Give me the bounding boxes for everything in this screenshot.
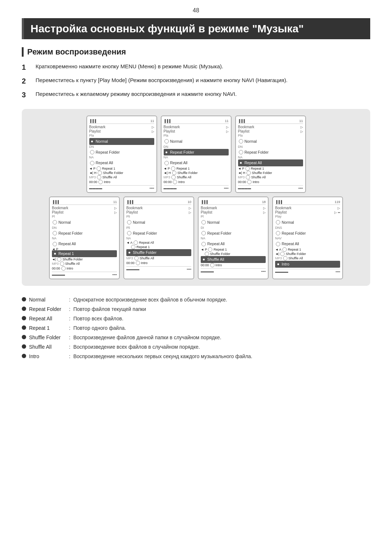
shuffle-folder-highlighted: Shuffle Folder [126,249,191,256]
screen-footer: ▬▬▬▬▪▪▪▪ [89,185,154,190]
repeat-folder-item: Repeat Folder [89,149,154,156]
playlist-row: Playlist▷ [89,129,154,133]
step-3-text: Переместитесь к желаемому режиму воспрои… [36,90,237,98]
step-3: 3 Переместитесь к желаемому режиму воспр… [22,90,370,100]
legend-item-intro: Intro : Воспроизведение нескольких первы… [22,353,370,360]
legend-key-normal: Normal [29,296,69,304]
device-screen-normal: ▐▐▐11 Bookmark▷ Playlist▷ Pla Normal DN … [86,116,157,193]
step-1-text: Кратковременно нажмите кнопку MENU (Меню… [36,62,223,71]
shuffle-all-highlighted: Shuffle All [201,256,266,263]
steps-list: 1 Кратковременно нажмите кнопку MENU (Ме… [22,62,370,100]
step-1: 1 Кратковременно нажмите кнопку MENU (Ме… [22,62,370,73]
device-screen-repeat-all: ▐▐▐11 Bookmark▷ Playlist▷ Pla Normal DN … [235,116,306,193]
step-3-num: 3 [22,89,33,100]
device-screen-intro: ▐▐▐119 Bookmark▷ Playlist▷ ▪▪ Play Norma… [272,197,343,279]
section-title: Режим воспроизведения [22,47,370,57]
legend-section: Normal : Однократное воспроизведение все… [22,296,370,360]
main-title: Настройка основных функций в режиме "Муз… [22,18,370,39]
legend-item-repeat-all: Repeat All : Повтор всех файлов. [22,315,370,323]
bookmark-row: Bookmark▷ [89,125,154,129]
screenshots-container: ▐▐▐11 Bookmark▷ Playlist▷ Pla Normal DN … [22,109,370,286]
legend-item-normal: Normal : Однократное воспроизведение все… [22,296,370,304]
step-2-num: 2 [22,76,33,86]
device-screen-repeat-folder: ▐▐▐11 Bookmark▷ Playlist▷ Pla Normal DN … [161,116,232,193]
step-1-num: 1 [22,62,33,73]
repeat-all-highlighted: Repeat All [238,159,303,166]
step-2-text: Переместитесь к пункту [Play Mode] (Режи… [36,76,287,85]
screenshots-row-2: ▐▐▐11 Bookmark▷ Playlist▷ Pl Normal DN R… [27,197,365,279]
screen-top-bar-2: ▐▐▐11 [164,119,229,124]
screen-top-bar: ▐▐▐11 [89,119,154,124]
intro-highlighted: Intro [275,261,340,268]
page-number: 48 [22,7,370,14]
legend-value-normal: Однократное воспроизведение всех файлов … [73,296,227,304]
step-2: 2 Переместитесь к пункту [Play Mode] (Ре… [22,76,370,86]
legend-item-repeat-folder: Repeat Folder : Повтор файлов текущей па… [22,305,370,313]
legend-item-shuffle-folder: Shuffle Folder : Воспроизведение файлов … [22,334,370,341]
repeat-folder-highlighted: Repeat Folder [164,149,229,156]
legend-dot-normal [22,297,26,301]
device-screen-shuffle-folder: ▐▐▐10 Bookmark▷ Playlist▷ Pli Normal Pli… [123,197,194,279]
repeat1-highlighted: Repeat 1 [52,250,117,257]
normal-item-highlighted: Normal [89,138,154,145]
device-screen-shuffle-all: ▐▐▐18 Bookmark▷ Playlist▷ Pl Normal DI R… [198,197,269,279]
device-screen-repeat1: ▐▐▐11 Bookmark▷ Playlist▷ Pl Normal DN R… [49,197,120,279]
screenshots-row-1: ▐▐▐11 Bookmark▷ Playlist▷ Pla Normal DN … [27,116,365,193]
repeat-all-item: Repeat All [89,159,154,166]
legend-item-shuffle-all: Shuffle All : Воспроизведение всех файло… [22,343,370,351]
legend-item-repeat1: Repeat 1 : Повтор одного файла. [22,324,370,332]
